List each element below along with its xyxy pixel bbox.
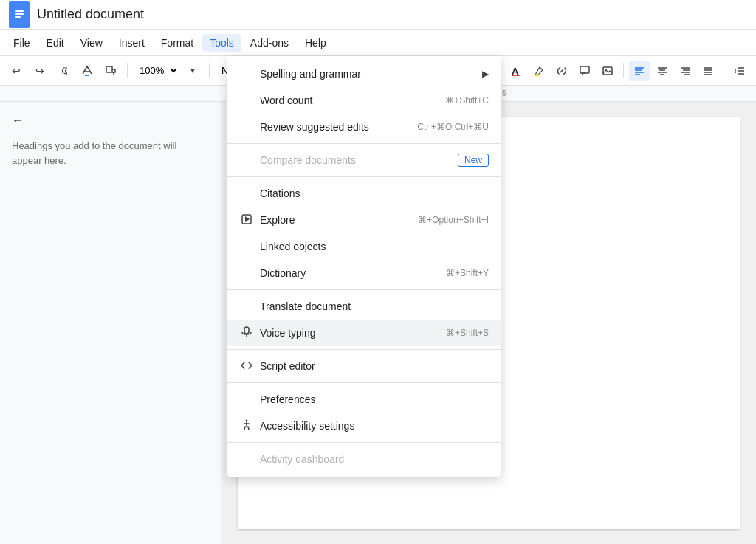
toolbar-sep-5 (724, 63, 724, 78)
svg-rect-6 (106, 66, 112, 72)
toolbar-sep-4 (623, 63, 624, 78)
menu-item-spelling[interactable]: Spelling and grammar ▶ (227, 61, 501, 87)
sep-after-review (227, 143, 501, 144)
sep-after-dictionary (227, 289, 501, 290)
translate-label: Translate document (260, 300, 351, 312)
menu-format[interactable]: Format (154, 34, 201, 52)
align-left-button[interactable] (629, 61, 650, 81)
review-shortcut: Ctrl+⌘O Ctrl+⌘U (417, 122, 489, 132)
sep-after-compare (227, 176, 501, 177)
menu-item-preferences[interactable]: Preferences (227, 386, 501, 413)
new-badge: New (458, 154, 489, 167)
menu-item-scripteditor[interactable]: Script editor (227, 353, 501, 379)
undo-button[interactable]: ↩ (6, 61, 27, 81)
sep-after-scripteditor (227, 382, 501, 383)
menu-file[interactable]: File (6, 34, 38, 52)
wordcount-shortcut: ⌘+Shift+C (445, 95, 489, 106)
citations-label: Citations (260, 187, 300, 199)
paint-format-button[interactable] (100, 61, 121, 81)
menu-item-linked[interactable]: Linked objects (227, 233, 501, 260)
menu-item-review[interactable]: Review suggested edits Ctrl+⌘O Ctrl+⌘U (227, 114, 501, 140)
voicetyping-shortcut: ⌘+Shift+S (446, 328, 489, 338)
activity-label: Activity dashboard (260, 453, 344, 465)
sep-after-voicetyping (227, 349, 501, 350)
print-button[interactable]: 🖨 (53, 61, 74, 81)
align-center-button[interactable] (652, 61, 673, 81)
line-spacing-button[interactable] (729, 61, 750, 81)
toolbar-sep-2 (209, 63, 210, 78)
highlight-button[interactable] (529, 61, 549, 81)
menu-bar: File Edit View Insert Format Tools Add-o… (0, 30, 756, 56)
menu-item-accessibility[interactable]: Accessibility settings (227, 413, 501, 439)
wordcount-label: Word count (260, 94, 312, 106)
image-button[interactable] (597, 61, 618, 81)
linked-label: Linked objects (260, 241, 326, 252)
review-label: Review suggested edits (260, 121, 369, 133)
scripteditor-label: Script editor (260, 360, 315, 372)
mic-icon (239, 326, 254, 340)
menu-help[interactable]: Help (298, 34, 334, 52)
dictionary-shortcut: ⌘+Shift+Y (446, 268, 489, 278)
spelling-label: Spelling and grammar (260, 68, 361, 80)
voicetyping-label: Voice typing (260, 327, 316, 339)
svg-rect-3 (15, 16, 21, 18)
sidebar-back-button[interactable]: ← (12, 114, 209, 127)
svg-point-37 (246, 419, 248, 421)
menu-item-citations[interactable]: Citations (227, 180, 501, 207)
title-bar: Untitled document (0, 0, 756, 30)
back-icon: ← (12, 114, 24, 127)
dictionary-label: Dictionary (260, 267, 306, 279)
spellcheck-button[interactable] (77, 61, 97, 81)
compare-label: Compare documents (260, 154, 356, 166)
svg-rect-2 (15, 13, 24, 15)
doc-title: Untitled document (37, 7, 144, 22)
sidebar: ← Headings you add to the document will … (0, 102, 221, 544)
menu-insert[interactable]: Insert (111, 34, 152, 52)
arrow-icon: ▶ (482, 69, 489, 79)
code-icon (239, 359, 254, 373)
menu-view[interactable]: View (73, 34, 110, 52)
link-button[interactable] (551, 61, 572, 81)
svg-rect-12 (603, 67, 612, 75)
svg-rect-1 (15, 10, 24, 12)
sidebar-content: Headings you add to the document will ap… (12, 139, 209, 168)
explore-icon (239, 213, 254, 227)
zoom-select[interactable]: 100% (134, 63, 179, 78)
svg-rect-11 (580, 66, 589, 73)
menu-item-wordcount[interactable]: Word count ⌘+Shift+C (227, 87, 501, 114)
explore-label: Explore (260, 214, 295, 226)
menu-item-dictionary[interactable]: Dictionary ⌘+Shift+Y (227, 260, 501, 286)
text-color-button[interactable]: A (506, 61, 526, 81)
redo-button[interactable]: ↪ (30, 61, 50, 81)
comment-button[interactable] (574, 61, 595, 81)
svg-rect-35 (244, 327, 249, 334)
zoom-dropdown-btn[interactable]: ▼ (182, 61, 203, 81)
menu-tools[interactable]: Tools (202, 34, 241, 52)
toolbar-sep-1 (127, 63, 128, 78)
menu-item-voicetyping[interactable]: Voice typing ⌘+Shift+S (227, 320, 501, 346)
menu-item-translate[interactable]: Translate document (227, 293, 501, 320)
svg-marker-34 (245, 216, 250, 222)
accessibility-icon (239, 419, 254, 433)
sep-after-accessibility (227, 442, 501, 443)
menu-addons[interactable]: Add-ons (243, 34, 296, 52)
explore-shortcut: ⌘+Option+Shift+I (418, 215, 489, 225)
preferences-label: Preferences (260, 393, 315, 405)
accessibility-label: Accessibility settings (260, 420, 354, 432)
menu-item-explore[interactable]: Explore ⌘+Option+Shift+I (227, 207, 501, 233)
menu-edit[interactable]: Edit (39, 34, 72, 52)
doc-icon (9, 1, 30, 28)
menu-item-activity: Activity dashboard (227, 446, 501, 472)
align-right-button[interactable] (675, 61, 695, 81)
tools-dropdown: Spelling and grammar ▶ Word count ⌘+Shif… (227, 56, 501, 477)
menu-item-compare: Compare documents New (227, 147, 501, 173)
justify-button[interactable] (698, 61, 718, 81)
svg-rect-9 (512, 75, 520, 76)
